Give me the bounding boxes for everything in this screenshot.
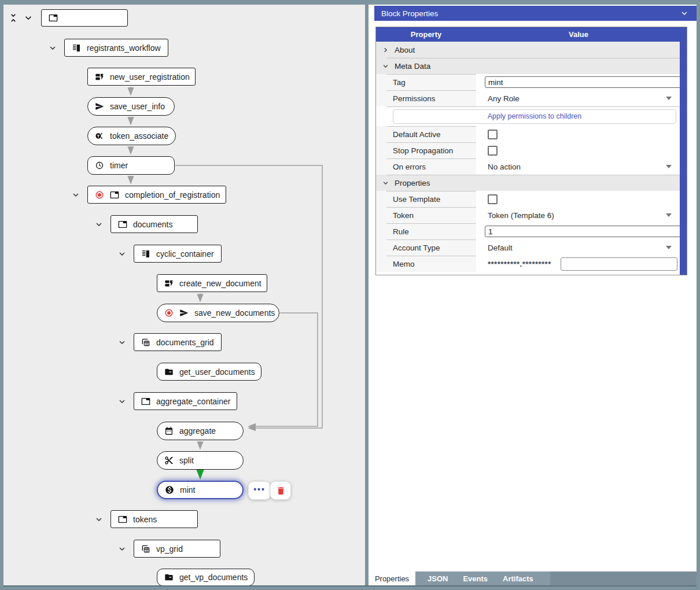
tree-node-split[interactable]: split: [157, 451, 244, 470]
chevron-down-icon: [381, 62, 390, 71]
block-properties-title: Block Properties: [381, 9, 438, 18]
tree-node-tokens[interactable]: tokens: [110, 510, 198, 528]
section-about[interactable]: About: [376, 42, 681, 58]
node-more-button[interactable]: •••: [248, 481, 271, 500]
property-value: [476, 126, 681, 142]
tree-node-registrants_workflow[interactable]: registrants_workflow: [64, 39, 168, 57]
tree-node-aggregate[interactable]: aggregate: [157, 422, 244, 440]
tree-node-aggregate_container[interactable]: aggregate_container: [134, 392, 237, 410]
on-errors-select[interactable]: No action: [476, 158, 681, 175]
property-row-use-template: Use Template: [376, 191, 681, 207]
block-properties-header[interactable]: Block Properties: [374, 6, 697, 21]
tag-input[interactable]: [485, 76, 681, 88]
property-label: On errors: [376, 158, 476, 175]
expand-chevron-documents_grid[interactable]: [117, 337, 127, 348]
table-scrollbar[interactable]: [680, 27, 687, 275]
dropdown-caret-icon: [666, 97, 672, 100]
permissions-select[interactable]: Any Role: [476, 90, 681, 106]
property-label: Rule: [376, 223, 476, 239]
section-properties[interactable]: Properties: [376, 175, 681, 191]
property-label: Use Template: [376, 191, 476, 207]
tab-events[interactable]: Events: [455, 571, 495, 585]
tree-node-documents[interactable]: documents: [110, 215, 198, 233]
property-row-on-errors: On errorsNo action: [376, 158, 681, 175]
use-template-checkbox[interactable]: [488, 194, 498, 204]
tree-node-label: documents_grid: [156, 338, 214, 347]
tree-node-get_user_documents[interactable]: get_user_documents: [157, 363, 261, 381]
tree-node-root[interactable]: [41, 9, 128, 27]
tree-node-label: save_user_info: [110, 102, 165, 111]
tree-node-save_new_documents[interactable]: save_new_documents: [157, 304, 279, 322]
tree-node-get_vp_documents[interactable]: get_vp_documents: [157, 569, 255, 586]
vertical-split-icon: [141, 249, 150, 259]
property-row-token: TokenToken (Template 6): [376, 207, 681, 223]
tree-node-cyclic_container[interactable]: cyclic_container: [134, 245, 222, 263]
block-properties-content: Block Properties Property Value AboutMet…: [369, 5, 697, 585]
property-row-stop-propagation: Stop Propagation: [376, 142, 681, 158]
expand-chevron-aggregate_container[interactable]: [117, 396, 127, 407]
default-active-checkbox[interactable]: [488, 130, 498, 139]
selected-value: No action: [476, 163, 521, 171]
tab-properties[interactable]: Properties: [369, 571, 415, 585]
tab-artifacts[interactable]: Artifacts: [495, 571, 541, 585]
memo-masked-value: **********.*********: [476, 260, 551, 268]
tree-node-label: create_new_document: [179, 279, 261, 288]
chevron-right-icon: [381, 46, 390, 54]
property-label: Token: [376, 207, 476, 223]
account-type-select[interactable]: Default: [476, 239, 681, 256]
expand-chevron-documents[interactable]: [94, 219, 104, 230]
tree-node-save_user_info[interactable]: save_user_info: [87, 97, 175, 116]
dropdown-caret-icon: [666, 213, 672, 217]
expand-chevron-tokens[interactable]: [94, 514, 104, 525]
inactive-tabs: JSONEventsArtifacts: [415, 571, 550, 585]
memo-input[interactable]: [561, 257, 677, 271]
section-meta-data[interactable]: Meta Data: [376, 58, 681, 74]
property-label: Stop Propagation: [376, 142, 476, 158]
tab-icon: [49, 13, 58, 23]
content-cut-icon: [164, 456, 174, 465]
date-range-icon: [164, 426, 174, 436]
dynamic-form-icon: [164, 279, 174, 288]
section-label: Meta Data: [395, 62, 430, 71]
property-row-rule: Rule: [376, 223, 681, 239]
tab-icon: [118, 220, 127, 229]
apply-permissions-to-children-button[interactable]: Apply permissions to children: [393, 109, 676, 124]
property-row-memo: Memo**********.*********: [376, 256, 681, 272]
expand-chevron-cyclic_container[interactable]: [117, 249, 127, 259]
tree-node-create_new_document[interactable]: create_new_document: [157, 274, 267, 292]
tree-node-label: cyclic_container: [156, 249, 214, 259]
window-bottom-border: [3, 585, 697, 587]
property-value: [476, 223, 681, 239]
tree-node-vp_grid[interactable]: vp_grid: [134, 540, 220, 558]
tree-node-token_associate[interactable]: token_associate: [87, 127, 176, 145]
stop-propagation-checkbox[interactable]: [488, 146, 498, 156]
rule-input[interactable]: [485, 226, 681, 237]
tree-node-mint[interactable]: mint: [157, 481, 244, 499]
property-label: Permissions: [376, 90, 476, 106]
tree-node-documents_grid[interactable]: documents_grid: [134, 333, 222, 351]
tree-node-label: aggregate: [179, 426, 216, 436]
tree-node-label: documents: [133, 220, 172, 229]
expand-chevron-vp_grid[interactable]: [117, 544, 127, 554]
tree-node-completion_of_registration[interactable]: completion_of_registration: [87, 186, 226, 204]
tree-node-timer[interactable]: timer: [87, 156, 175, 175]
tree-node-label: timer: [110, 161, 128, 170]
tree-node-label: token_associate: [110, 131, 168, 141]
tree-node-label: split: [179, 456, 194, 465]
property-row-default-active: Default Active: [376, 126, 681, 142]
tree-node-label: vp_grid: [156, 544, 183, 554]
chevron-down-icon[interactable]: [679, 8, 690, 19]
token-select[interactable]: Token (Template 6): [476, 207, 681, 223]
property-row-permissions: PermissionsAny Role: [376, 90, 681, 106]
property-value: **********.*********: [476, 256, 681, 272]
expand-chevron-registrants_workflow[interactable]: [47, 43, 58, 53]
tree-node-label: tokens: [133, 515, 157, 524]
expand-chevron-completion_of_registration[interactable]: [71, 190, 81, 200]
tab-json[interactable]: JSON: [420, 571, 455, 585]
folder-icon: [164, 573, 174, 582]
collapse-all-icon[interactable]: [8, 12, 19, 24]
chevron-down-icon[interactable]: [23, 12, 34, 24]
send-icon: [179, 308, 189, 318]
node-delete-button[interactable]: [270, 481, 291, 500]
tree-node-new_user_registration[interactable]: new_user_registration: [87, 68, 196, 86]
